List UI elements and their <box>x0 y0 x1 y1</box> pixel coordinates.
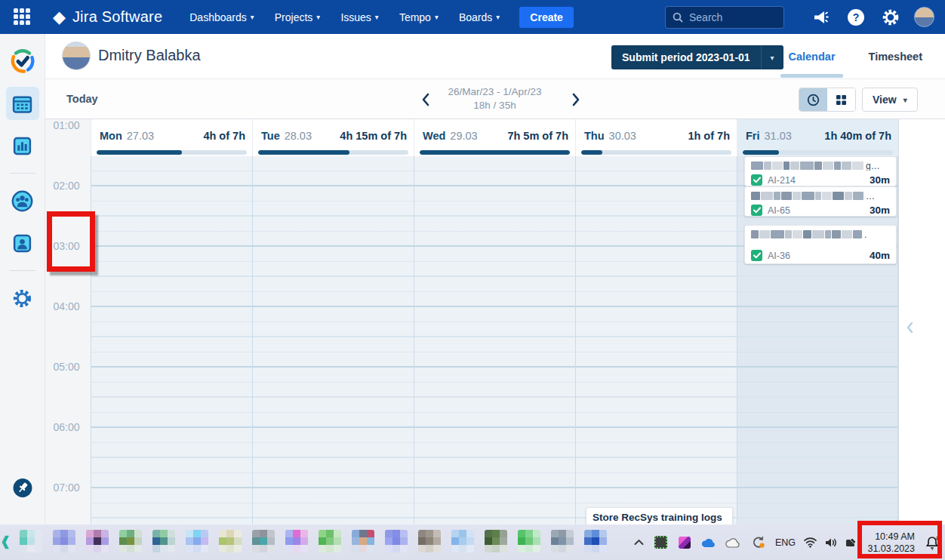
day-progress-bar <box>581 150 731 155</box>
sidebar-profile-item[interactable] <box>6 226 39 260</box>
taskbar-app-icon[interactable] <box>285 530 308 552</box>
taskbar-app-icon[interactable] <box>551 530 574 552</box>
submit-period-button[interactable]: Submit period 2023-01-01 ▾ <box>611 45 783 69</box>
time-view-button[interactable] <box>799 88 827 111</box>
menu-projects[interactable]: Projects▾ <box>275 11 321 23</box>
day-column-wed[interactable] <box>414 156 575 525</box>
calendar-event-ai-36[interactable]: .AI-3640m <box>744 225 897 264</box>
menu-tempo[interactable]: Tempo▾ <box>399 11 439 23</box>
color-cube-app-icon[interactable] <box>673 537 697 549</box>
day-date: 29.03 <box>450 130 477 142</box>
taskbar-app-icon[interactable] <box>20 530 42 552</box>
event-issue-key: AI-214 <box>768 175 796 186</box>
day-header-wed: Wed29.037h 5m of 7h <box>414 119 575 156</box>
day-logged-hours: 4h of 7h <box>203 130 245 142</box>
day-name: Tue <box>261 130 280 142</box>
search-input[interactable] <box>689 11 772 23</box>
help-icon[interactable]: ? <box>845 6 867 29</box>
jira-logo[interactable]: ◆ Jira Software <box>53 8 162 26</box>
sidebar-reports-item[interactable] <box>6 129 39 162</box>
gear-icon <box>11 288 33 309</box>
menu-dashboards[interactable]: Dashboards▾ <box>189 11 254 23</box>
left-sidebar <box>0 34 45 525</box>
taskbar-app-icon[interactable] <box>352 530 374 552</box>
menu-boards[interactable]: Boards▾ <box>459 11 500 23</box>
day-name: Mon <box>100 130 122 142</box>
search-box[interactable] <box>665 6 784 29</box>
event-title-redacted: … <box>751 191 890 201</box>
taskbar-app-icon[interactable] <box>518 530 540 552</box>
tab-timesheet[interactable]: Timesheet <box>852 34 939 79</box>
expand-panel-icon[interactable] <box>905 322 914 337</box>
day-date: 28.03 <box>285 130 312 142</box>
taskbar-app-icon[interactable] <box>152 530 175 552</box>
day-progress-bar <box>743 150 893 155</box>
person-icon <box>12 233 32 254</box>
sidebar-team-item[interactable] <box>6 184 39 217</box>
sidebar-pin-button[interactable] <box>12 478 32 501</box>
day-column-thu[interactable] <box>575 156 737 525</box>
day-column-tue[interactable] <box>252 156 414 525</box>
cloud-app-icon[interactable] <box>721 537 745 548</box>
menu-issues[interactable]: Issues▾ <box>340 11 379 23</box>
day-header-thu: Thu30.031h of 7h <box>575 119 737 156</box>
time-gutter: 01:0002:0003:0004:0005:0006:0007:00 <box>45 119 91 525</box>
taskbar-app-icon[interactable] <box>86 530 109 552</box>
screenshot-tool-icon[interactable] <box>648 536 673 549</box>
sidebar-calendar-item[interactable] <box>6 87 39 120</box>
grid-view-button[interactable] <box>827 88 855 111</box>
calendar-event-ai-214[interactable]: g…AI-21430m <box>744 156 897 186</box>
chevron-down-icon: ▾ <box>375 13 379 21</box>
taskbar-app-icon[interactable] <box>186 530 208 552</box>
announcements-icon[interactable] <box>810 6 833 29</box>
view-dropdown[interactable]: View ▾ <box>862 88 918 112</box>
today-button[interactable]: Today <box>66 93 98 105</box>
user-name: Dmitry Balabka <box>98 47 201 64</box>
tempo-logo-icon[interactable] <box>6 45 39 78</box>
onedrive-cloud-icon[interactable] <box>697 537 721 548</box>
time-label: 06:00 <box>45 421 88 433</box>
next-week-button[interactable] <box>568 91 583 108</box>
wifi-icon[interactable] <box>799 537 820 548</box>
day-logged-hours: 4h 15m of 7h <box>340 130 407 142</box>
settings-gear-icon[interactable] <box>879 6 902 29</box>
sidebar-settings-item[interactable] <box>6 282 39 315</box>
calendar-event-ai-65[interactable]: …AI-6530m <box>744 186 897 217</box>
right-panel <box>898 119 945 525</box>
app-switcher-icon[interactable] <box>14 8 32 26</box>
annotation-box-clock <box>857 521 942 558</box>
day-column-mon[interactable] <box>91 156 252 525</box>
svg-text:?: ? <box>853 11 860 23</box>
previous-week-button[interactable] <box>417 91 432 108</box>
taskbar-app-icon[interactable] <box>219 530 242 552</box>
tab-calendar[interactable]: Calendar <box>771 34 851 79</box>
taskbar-app-icon[interactable] <box>485 530 507 552</box>
taskbar-app-icon[interactable] <box>451 530 474 552</box>
profile-bar: Dmitry Balabka Submit period 2023-01-01 … <box>45 34 945 79</box>
day-logged-hours: 7h 5m of 7h <box>507 130 568 142</box>
top-navbar: ◆ Jira Software Dashboards▾Projects▾Issu… <box>0 0 945 34</box>
create-button[interactable]: Create <box>519 7 574 28</box>
day-date: 27.03 <box>127 130 154 142</box>
event-title-hint: g… <box>866 161 880 171</box>
view-label: View <box>873 94 897 106</box>
view-tabs: Calendar Timesheet <box>771 34 939 79</box>
volume-icon[interactable] <box>820 537 842 548</box>
event-duration: 30m <box>870 174 890 186</box>
tray-overflow-chevron-icon[interactable] <box>629 539 648 546</box>
taskbar-app-icon[interactable] <box>385 530 408 552</box>
taskbar-app-icon[interactable] <box>418 530 441 552</box>
taskbar-app-icon[interactable] <box>53 530 75 552</box>
windows-taskbar: ❰ ENG <box>0 525 945 560</box>
sync-app-icon[interactable] <box>745 536 771 549</box>
taskbar-app-icon[interactable] <box>319 530 341 552</box>
taskbar-app-icon[interactable] <box>252 530 275 552</box>
grid-icon <box>836 94 847 106</box>
chevron-down-icon: ▾ <box>251 13 254 21</box>
user-avatar[interactable] <box>914 7 934 27</box>
time-label: 07:00 <box>45 482 88 494</box>
taskbar-app-icon[interactable] <box>119 530 142 552</box>
language-indicator[interactable]: ENG <box>771 537 799 548</box>
taskbar-app-icon[interactable] <box>584 530 607 552</box>
task-check-icon <box>751 174 762 186</box>
